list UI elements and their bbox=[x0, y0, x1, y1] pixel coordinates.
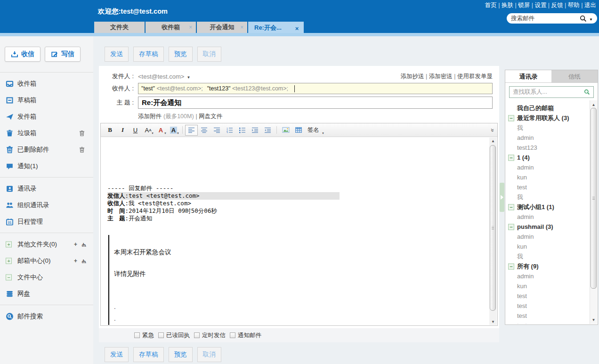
recipients-input[interactable]: "test" <test@test.com>; "test123" <test1… bbox=[138, 83, 493, 94]
sidebar-item-junk[interactable]: 垃圾箱 bbox=[0, 125, 93, 141]
send-button[interactable]: 发送 bbox=[105, 47, 129, 62]
option-urgent[interactable]: 紧急 bbox=[134, 332, 154, 340]
cancel-button[interactable]: 取消 bbox=[197, 47, 221, 62]
more-tools-chevron-icon[interactable] bbox=[489, 128, 496, 131]
indent-icon[interactable] bbox=[249, 125, 261, 136]
search-scope-caret[interactable] bbox=[587, 14, 593, 23]
tab-meeting-notice[interactable]: 开会通知 bbox=[197, 22, 247, 33]
checkbox-scheduled-send[interactable] bbox=[194, 332, 200, 338]
sidebar-item-netdisk[interactable]: 网盘 bbox=[0, 285, 93, 302]
contact-item[interactable]: test bbox=[506, 321, 589, 324]
contact-item[interactable]: 我 bbox=[506, 192, 589, 202]
align-left-icon[interactable] bbox=[185, 125, 198, 136]
netdisk-file-link[interactable]: 网盘文件 bbox=[196, 113, 223, 121]
option-read-receipt[interactable]: 已读回执 bbox=[158, 332, 190, 340]
sidebar-item-other-folders[interactable]: 其他文件夹(0) bbox=[0, 236, 93, 252]
compose-mail-button[interactable]: 写信 bbox=[45, 47, 81, 62]
add-bcc-link[interactable]: 添加密送 bbox=[424, 73, 453, 80]
collapse-icon[interactable] bbox=[508, 204, 514, 210]
collapse-icon[interactable] bbox=[6, 274, 12, 280]
tab-stationery[interactable]: 信纸 bbox=[551, 70, 598, 82]
checkbox-urgent[interactable] bbox=[134, 332, 140, 338]
send-button[interactable]: 发送 bbox=[105, 347, 129, 362]
scroll-down-icon[interactable] bbox=[590, 316, 597, 323]
editor-scrollbar[interactable] bbox=[489, 138, 497, 325]
sidebar-item-contacts[interactable]: 通讯录 bbox=[0, 180, 93, 197]
contact-search-box[interactable]: 查找联系人... bbox=[509, 86, 594, 98]
contact-item[interactable]: test123 bbox=[506, 143, 589, 153]
contact-item[interactable]: test bbox=[506, 311, 589, 321]
contact-item[interactable]: 我 bbox=[506, 123, 589, 133]
collapse-icon[interactable] bbox=[508, 263, 514, 269]
font-color-icon[interactable]: A bbox=[154, 125, 167, 136]
sidebar-item-org-contacts[interactable]: 组织通讯录 bbox=[0, 197, 93, 213]
subject-input[interactable]: Re:开会通知 bbox=[138, 97, 493, 109]
add-account-icon[interactable] bbox=[74, 258, 77, 264]
link-logout[interactable]: 退出 bbox=[584, 2, 596, 8]
contact-item[interactable]: admin bbox=[506, 212, 589, 222]
from-address[interactable]: <test@test.com> bbox=[138, 73, 184, 80]
from-dropdown-caret[interactable] bbox=[184, 72, 190, 81]
insert-image-icon[interactable] bbox=[279, 125, 292, 136]
mail-search-box[interactable]: 搜索邮件 bbox=[507, 13, 597, 24]
sidebar-item-deleted[interactable]: 已删除邮件 bbox=[0, 141, 93, 158]
sidebar-item-mail-search[interactable]: 邮件搜索 bbox=[0, 308, 93, 324]
collapse-icon[interactable] bbox=[508, 224, 514, 230]
link-home[interactable]: 首页 bbox=[485, 2, 502, 8]
contact-item[interactable]: admin bbox=[506, 232, 589, 242]
add-cc-link[interactable]: 添加抄送 bbox=[401, 73, 424, 80]
tab-address-book[interactable]: 通讯录 bbox=[505, 70, 551, 82]
save-draft-button[interactable]: 存草稿 bbox=[133, 47, 164, 62]
tab-folders[interactable]: 文件夹 bbox=[94, 22, 145, 33]
ordered-list-icon[interactable]: 123 bbox=[223, 125, 236, 136]
sidebar-item-calendar[interactable]: 31 日程管理 bbox=[0, 213, 93, 230]
contact-list-scrollbar[interactable] bbox=[590, 100, 597, 324]
contact-group[interactable]: 1 (4) bbox=[506, 153, 589, 162]
collapse-icon[interactable] bbox=[508, 115, 514, 121]
manage-account-icon[interactable] bbox=[81, 258, 86, 264]
contact-group[interactable]: 最近常用联系人 (3) bbox=[506, 113, 589, 123]
italic-icon[interactable]: I bbox=[116, 125, 129, 136]
save-draft-button[interactable]: 存草稿 bbox=[133, 347, 164, 362]
add-attachment-link[interactable]: 添加附件 bbox=[138, 113, 162, 121]
expand-icon[interactable] bbox=[6, 258, 12, 264]
bold-icon[interactable]: B bbox=[104, 125, 116, 136]
unordered-list-icon[interactable] bbox=[236, 125, 249, 136]
contact-item[interactable]: test bbox=[506, 182, 589, 192]
link-settings[interactable]: 设置 bbox=[534, 2, 551, 8]
contact-item[interactable]: 我自己的邮箱 bbox=[506, 103, 589, 113]
add-folder-icon[interactable] bbox=[74, 241, 77, 248]
option-notify-mail[interactable]: 通知邮件 bbox=[230, 332, 261, 340]
contact-item[interactable]: test bbox=[506, 301, 589, 311]
scrollbar-thumb[interactable] bbox=[591, 108, 597, 289]
checkbox-read-receipt[interactable] bbox=[158, 332, 164, 338]
empty-deleted-icon[interactable] bbox=[79, 146, 85, 153]
contact-item[interactable]: admin bbox=[506, 162, 589, 172]
underline-icon[interactable]: U bbox=[129, 125, 142, 136]
link-skin[interactable]: 换肤 bbox=[502, 2, 518, 8]
collapse-icon[interactable] bbox=[508, 154, 514, 161]
align-center-icon[interactable] bbox=[198, 125, 210, 136]
contact-item[interactable]: admin bbox=[506, 133, 589, 143]
scroll-down-icon[interactable] bbox=[489, 318, 497, 325]
contact-item[interactable]: 我 bbox=[506, 251, 589, 261]
insert-table-icon[interactable] bbox=[292, 125, 305, 136]
preview-button[interactable]: 预览 bbox=[169, 347, 193, 362]
search-icon[interactable] bbox=[580, 15, 587, 22]
contact-group[interactable]: 所有 (9) bbox=[506, 261, 589, 271]
sidebar-item-file-center[interactable]: 文件中心 bbox=[0, 269, 93, 285]
tab-inbox[interactable]: 收件箱 bbox=[146, 22, 196, 33]
mass-send-link[interactable]: 使用群发单显 bbox=[453, 73, 493, 80]
contact-item[interactable]: kun bbox=[506, 281, 589, 291]
highlight-color-icon[interactable]: A bbox=[167, 125, 180, 136]
preview-button[interactable]: 预览 bbox=[169, 47, 193, 62]
sidebar-item-drafts[interactable]: 草稿箱 bbox=[0, 92, 93, 108]
link-lock[interactable]: 锁屏 bbox=[518, 2, 534, 8]
sidebar-item-inbox[interactable]: 收件箱 bbox=[0, 75, 93, 92]
contact-item[interactable]: kun bbox=[506, 172, 589, 182]
receive-mail-button[interactable]: 收信 bbox=[5, 47, 40, 62]
manage-folder-icon[interactable] bbox=[81, 241, 86, 248]
signature-dropdown[interactable]: 签名 bbox=[305, 125, 325, 136]
contact-group[interactable]: pushmail (3) bbox=[506, 222, 589, 232]
option-scheduled-send[interactable]: 定时发信 bbox=[194, 332, 226, 340]
